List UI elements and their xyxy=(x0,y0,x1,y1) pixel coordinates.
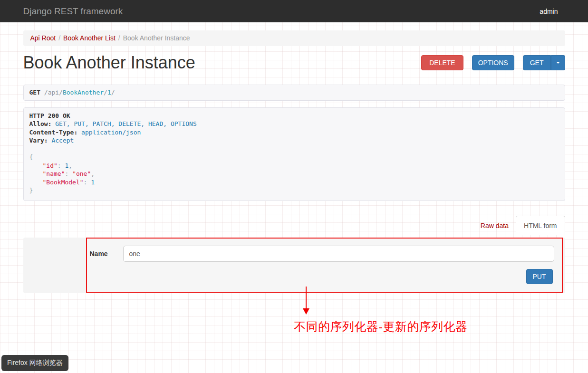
tab-raw-data[interactable]: Raw data xyxy=(473,216,516,235)
request-id: 1 xyxy=(107,89,111,96)
tab-html-form[interactable]: HTML form xyxy=(516,216,565,235)
annotation-highlight-rect: Name PUT xyxy=(86,238,563,293)
options-button[interactable]: OPTIONS xyxy=(472,55,514,70)
html-form-panel: Name PUT xyxy=(23,238,565,293)
annotation-text: 不同的序列化器-更新的序列化器 xyxy=(294,319,468,335)
request-info: GET /api/BookAnother/1/ xyxy=(23,85,565,101)
response-panel: HTTP 200 OK Allow: GET, PUT, PATCH, DELE… xyxy=(23,107,565,201)
form-actions: PUT xyxy=(526,269,553,284)
json-field-id: "id": 1, xyxy=(29,162,559,170)
request-resource: BookAnother xyxy=(63,89,104,96)
json-field-bookmodel: "BookModel": 1 xyxy=(29,178,559,187)
request-method: GET xyxy=(29,89,40,96)
breadcrumb-separator: / xyxy=(116,34,123,42)
name-field-row: Name xyxy=(90,246,562,262)
breadcrumb-separator: / xyxy=(56,34,63,42)
json-open-brace: { xyxy=(29,153,559,162)
json-field-name: "name": "one", xyxy=(29,170,559,178)
delete-button[interactable]: DELETE xyxy=(421,55,463,70)
response-status-line: HTTP 200 OK xyxy=(29,112,559,120)
annotation-arrow-stem xyxy=(306,287,307,309)
page-header: Book Another Instance DELETE OPTIONS GET xyxy=(23,53,565,73)
json-close-brace: } xyxy=(29,186,559,195)
request-path: /api/ xyxy=(44,89,63,96)
breadcrumb-api-root[interactable]: Api Root xyxy=(30,34,56,42)
header-actions: DELETE OPTIONS GET xyxy=(421,55,565,70)
navbar-user-link[interactable]: admin xyxy=(540,8,558,15)
response-header-content-type: Content-Type: application/json xyxy=(29,128,559,137)
name-field-label: Name xyxy=(90,250,123,258)
get-dropdown-toggle[interactable] xyxy=(551,55,565,70)
get-button[interactable]: GET xyxy=(523,55,551,70)
response-header-vary: Vary: Accept xyxy=(29,136,559,145)
breadcrumb: Api Root/Book Another List/Book Another … xyxy=(23,30,565,46)
breadcrumb-current: Book Another Instance xyxy=(123,34,190,42)
navbar: Django REST framework admin xyxy=(0,0,588,22)
put-button[interactable]: PUT xyxy=(526,269,553,284)
response-header-allow: Allow: GET, PUT, PATCH, DELETE, HEAD, OP… xyxy=(29,120,559,128)
breadcrumb-book-another-list[interactable]: Book Another List xyxy=(63,34,116,42)
page-title: Book Another Instance xyxy=(23,53,195,73)
name-input[interactable] xyxy=(123,246,554,262)
firefox-taskbar-tooltip: Firefox 网络浏览器 xyxy=(1,355,68,371)
chevron-down-icon xyxy=(556,62,560,64)
form-tabs: Raw data HTML form xyxy=(23,216,565,235)
get-button-group: GET xyxy=(523,55,565,70)
navbar-brand[interactable]: Django REST framework xyxy=(23,6,123,17)
annotation-arrow-head xyxy=(303,308,309,315)
